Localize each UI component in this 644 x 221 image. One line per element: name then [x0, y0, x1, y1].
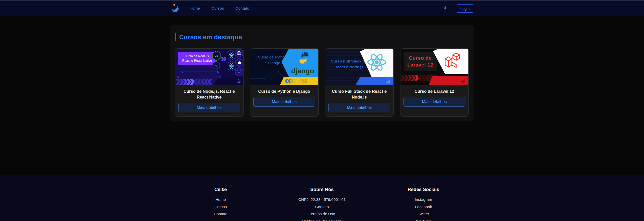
- footer-column-title: Sobre Nós: [271, 187, 373, 192]
- details-button[interactable]: Mais detalhes: [403, 97, 465, 107]
- celke-swoosh-icon: [459, 77, 466, 84]
- footer-link-privacidade[interactable]: Política de Privacidade: [271, 218, 373, 221]
- celke-logo[interactable]: [170, 3, 180, 14]
- footer-link-instagram[interactable]: Instagram: [373, 196, 474, 203]
- main-content: Cursos em destaque Curso de Node.js, Rea…: [0, 25, 644, 175]
- python-icon: [296, 50, 312, 67]
- celke-swoosh-icon: [236, 79, 241, 85]
- featured-courses-panel: Cursos em destaque Curso de Node.js, Rea…: [170, 25, 474, 121]
- thumb-label: Curso de Laravel 12: [404, 52, 437, 71]
- course-title: Curso de Python e Django: [253, 88, 315, 94]
- footer-link-cursos[interactable]: Cursos: [170, 203, 272, 211]
- footer-link-termos[interactable]: Termos de Uso: [271, 210, 373, 218]
- react-icon: [365, 52, 388, 74]
- course-title: Curso de Node.js, React e React Native: [178, 88, 240, 100]
- details-button[interactable]: Mais detalhes: [328, 103, 390, 112]
- thumb-label: Curso Full Stack de React e Node.js: [329, 58, 369, 70]
- footer-column-redes-sociais: Redes Sociais Instagram Facebook Twitter…: [373, 187, 474, 221]
- footer-column-title: Redes Sociais: [373, 187, 474, 192]
- footer-link-facebook[interactable]: Facebook: [373, 203, 474, 211]
- course-card-grid: Curso de Node.js, React e React Native J…: [175, 48, 469, 117]
- chevron-strip: [280, 77, 318, 85]
- nav-link-cursos[interactable]: Cursos: [212, 6, 224, 11]
- footer-link-home[interactable]: Home: [170, 196, 272, 203]
- details-button[interactable]: Mais detalhes: [178, 103, 240, 112]
- chevron-strip: [175, 78, 243, 85]
- nav-link-home[interactable]: Home: [190, 6, 200, 11]
- django-wordmark: django: [291, 67, 314, 75]
- brand-strip: [429, 76, 468, 85]
- footer: Celke Home Cursos Contato Sobre Nós CNPJ…: [0, 175, 644, 221]
- navbar: Home Cursos Contato ☾ Login: [0, 1, 644, 16]
- page-title: Cursos em destaque: [179, 34, 242, 41]
- celke-swoosh-icon: [385, 78, 391, 85]
- course-title: Curso Full Stack de React e Node.js: [328, 88, 390, 100]
- laravel-icon: [440, 50, 464, 73]
- footer-link-contato[interactable]: Contato: [271, 203, 373, 211]
- course-card-nodejs-react: Curso de Node.js, React e React Native J…: [175, 48, 244, 117]
- course-thumbnail-fullstack: Curso Full Stack de React e Node.js: [325, 49, 393, 85]
- thumb-label: Curso de Node.js, React e React Native: [178, 52, 217, 65]
- course-title: Curso de Laravel 12: [403, 88, 465, 94]
- course-thumbnail-python-django: Curso de Python e Django django: [250, 49, 318, 85]
- moon-icon[interactable]: ☾: [444, 5, 450, 12]
- course-thumbnail-nodejs-react: Curso de Node.js, React e React Native J…: [175, 49, 243, 85]
- login-button[interactable]: Login: [456, 4, 474, 13]
- course-card-fullstack-react-node: Curso Full Stack de React e Node.js Curs: [325, 48, 394, 117]
- course-thumbnail-laravel: Curso de Laravel 12: [400, 49, 468, 85]
- footer-column-celke: Celke Home Cursos Contato: [170, 187, 272, 221]
- nav-links: Home Cursos Contato: [190, 6, 249, 11]
- heading-accent-bar: [175, 33, 176, 41]
- footer-link-twitter[interactable]: Twitter: [373, 210, 474, 218]
- footer-link-youtube[interactable]: YouTube: [373, 218, 474, 221]
- details-button[interactable]: Mais detalhes: [253, 97, 315, 107]
- course-card-python-django: Curso de Python e Django django: [250, 48, 319, 117]
- nav-link-contato[interactable]: Contato: [235, 6, 249, 11]
- footer-cnpj: CNPJ: 22.334.579/0001-61: [271, 196, 373, 203]
- double-arrow-icon: [222, 57, 227, 61]
- celke-swoosh-icon: [170, 3, 180, 14]
- footer-link-contato[interactable]: Contato: [170, 210, 272, 218]
- footer-column-title: Celke: [170, 187, 272, 192]
- footer-column-sobre-nos: Sobre Nós CNPJ: 22.334.579/0001-61 Conta…: [271, 187, 373, 221]
- course-card-laravel: Curso de Laravel 12: [400, 48, 469, 117]
- brand-strip: [356, 77, 393, 85]
